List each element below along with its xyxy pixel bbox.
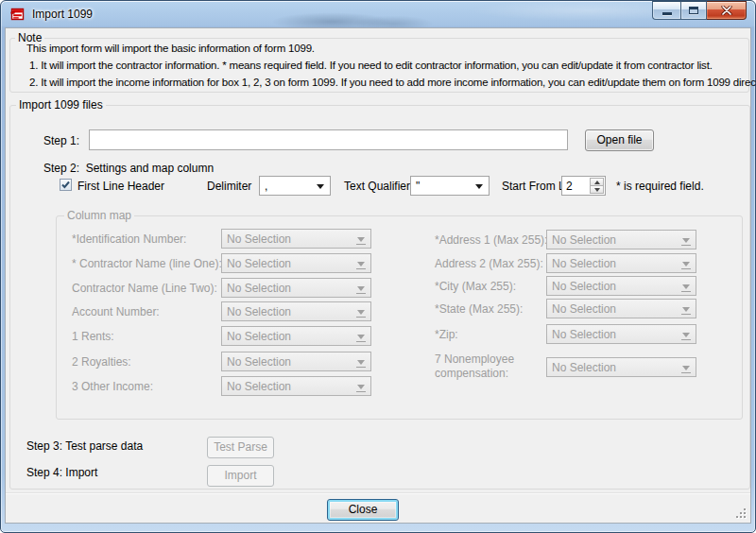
chevron-down-icon: [317, 184, 324, 189]
stepper-buttons: [590, 178, 604, 194]
chevron-down-icon: [357, 262, 365, 266]
column-map-legend: Column map: [64, 209, 134, 222]
address-1-label: *Address 1 (Max 255):: [435, 233, 547, 247]
step1-label: Step 1:: [43, 134, 79, 147]
first-line-header-checkbox[interactable]: [60, 179, 72, 191]
chevron-down-icon: [682, 238, 690, 243]
start-from-line-stepper[interactable]: 2: [561, 176, 606, 196]
chevron-underline: [681, 372, 691, 373]
chevron-underline: [356, 268, 366, 269]
footer-divider: [6, 492, 750, 494]
close-window-button[interactable]: [707, 1, 747, 20]
dropdown-value: No Selection: [227, 330, 291, 343]
chevron-underline: [356, 317, 366, 318]
close-icon: [721, 6, 732, 15]
note-line: 1. It will import the contractor informa…: [29, 60, 713, 71]
close-button[interactable]: Close: [327, 499, 399, 521]
window-frame: Import 1099 Note: [0, 0, 756, 533]
delimiter-value: ,: [265, 180, 267, 193]
dropdown-value: No Selection: [227, 282, 291, 295]
chevron-underline: [356, 244, 366, 245]
dropdown-value: No Selection: [552, 233, 616, 247]
nonemployee-compensation-dropdown[interactable]: No Selection: [546, 357, 696, 377]
titlebar[interactable]: Import 1099: [1, 1, 755, 27]
other-income-dropdown[interactable]: No Selection: [221, 376, 371, 396]
chevron-down-icon: [475, 184, 483, 189]
zip-dropdown[interactable]: No Selection: [546, 324, 696, 344]
address-2-label: Address 2 (Max 255):: [435, 257, 543, 270]
maximize-icon: [689, 7, 698, 14]
chevron-underline: [681, 339, 691, 340]
maximize-button[interactable]: [680, 1, 707, 20]
dropdown-value: No Selection: [552, 280, 616, 293]
window-controls: [652, 1, 747, 21]
step3-label: Step 3: Test parse data: [26, 439, 143, 453]
chevron-down-icon: [357, 310, 365, 315]
dropdown-value: No Selection: [552, 302, 616, 316]
chevron-underline: [681, 268, 691, 269]
chevron-down-icon: [682, 307, 690, 312]
contractor-name-line-one-dropdown[interactable]: No Selection: [221, 253, 371, 273]
chevron-down-icon: [357, 360, 365, 365]
required-field-note: * is required field.: [616, 180, 704, 193]
text-qualifier-select[interactable]: ": [410, 176, 490, 196]
chevron-underline: [356, 341, 366, 342]
step4-label: Step 4: Import: [26, 466, 97, 479]
dropdown-value: No Selection: [552, 328, 616, 341]
resize-grip[interactable]: [735, 507, 747, 520]
contractor-name-line-two-dropdown[interactable]: No Selection: [221, 278, 371, 298]
chevron-down-icon: [357, 286, 365, 291]
royalties-dropdown[interactable]: No Selection: [221, 352, 371, 371]
chevron-underline: [681, 314, 691, 315]
chevron-down-icon: [357, 335, 365, 339]
import-files-legend: Import 1099 files: [16, 98, 106, 112]
city-label: *City (Max 255):: [435, 280, 516, 293]
dropdown-value: No Selection: [227, 232, 291, 246]
chevron-underline: [681, 245, 691, 246]
delimiter-select[interactable]: ,: [259, 176, 331, 196]
address-1-dropdown[interactable]: No Selection: [546, 230, 696, 249]
chevron-down-icon: [357, 237, 365, 242]
nonemployee-compensation-label: 7 Nonemployee compensation:: [435, 352, 546, 381]
arrow-down-icon: [594, 188, 600, 192]
chevron-down-icon: [682, 284, 690, 289]
text-qualifier-label: Text Qualifier: [344, 180, 410, 193]
minimize-icon: [662, 12, 672, 15]
chevron-underline: [681, 291, 691, 292]
dialog-body: Note This import form will import the ba…: [5, 27, 751, 524]
identification-number-dropdown[interactable]: No Selection: [221, 229, 371, 249]
account-number-dropdown[interactable]: No Selection: [221, 301, 371, 321]
chevron-underline: [356, 367, 366, 368]
other-income-label: 3 Other Income:: [72, 380, 153, 393]
city-dropdown[interactable]: No Selection: [546, 276, 696, 296]
rents-dropdown[interactable]: No Selection: [221, 326, 371, 346]
stepper-down-button[interactable]: [590, 186, 604, 194]
chevron-down-icon: [357, 385, 365, 389]
dropdown-value: No Selection: [227, 355, 291, 369]
address-2-dropdown[interactable]: No Selection: [546, 253, 696, 273]
chevron-underline: [356, 293, 366, 294]
note-line: This import form will import the basic i…: [26, 43, 315, 54]
first-line-header-label: First Line Header: [77, 180, 164, 193]
file-path-input[interactable]: [89, 129, 568, 150]
arrow-up-icon: [594, 181, 600, 184]
dropdown-value: No Selection: [552, 361, 616, 374]
open-file-button[interactable]: Open file: [585, 129, 654, 151]
stepper-up-button[interactable]: [590, 178, 604, 186]
rents-label: 1 Rents:: [72, 330, 114, 343]
identification-number-label: *Identification Number:: [72, 232, 186, 246]
chevron-down-icon: [682, 366, 690, 370]
contractor-name-line-two-label: Contractor Name (Line Two):: [72, 282, 217, 295]
dropdown-value: No Selection: [227, 305, 291, 318]
royalties-label: 2 Royalties:: [72, 355, 131, 369]
state-dropdown[interactable]: No Selection: [546, 299, 696, 318]
chevron-underline: [356, 391, 366, 392]
dropdown-value: No Selection: [227, 380, 291, 393]
contractor-name-line-one-label: * Contractor Name (line One):: [72, 257, 222, 270]
import-button[interactable]: Import: [207, 465, 274, 487]
test-parse-button[interactable]: Test Parse: [207, 437, 274, 458]
step2-label: Step 2: Settings and map column: [43, 162, 214, 175]
dropdown-value: No Selection: [227, 257, 291, 270]
minimize-button[interactable]: [652, 1, 680, 20]
state-label: *State (Max 255):: [435, 302, 523, 316]
